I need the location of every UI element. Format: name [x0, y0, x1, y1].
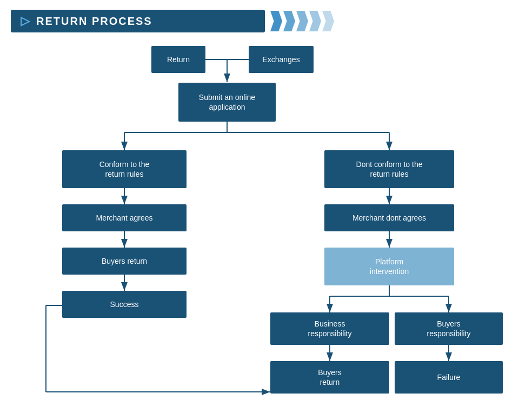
success-box: Success [62, 291, 187, 318]
submit-box: Submit an online application [178, 83, 276, 122]
exchanges-box: Exchanges [249, 46, 314, 73]
header-arrows [270, 11, 334, 31]
arrow-1 [270, 11, 282, 31]
return-icon: ▷ [21, 14, 30, 28]
header-bar: ▷ RETURN PROCESS [11, 10, 265, 32]
flowchart: Return Exchanges Submit an online applic… [11, 38, 508, 405]
page-header: ▷ RETURN PROCESS [11, 10, 508, 32]
conform-box: Conform to the return rules [62, 150, 187, 188]
merchant-agrees-box: Merchant agrees [62, 204, 187, 231]
arrow-4 [309, 11, 321, 31]
return-box: Return [151, 46, 205, 73]
buyers-return-right-box: Buyers return [270, 361, 389, 394]
buyers-resp-box: Buyers responsibility [395, 312, 503, 345]
arrow-5 [322, 11, 334, 31]
page-title: RETURN PROCESS [36, 15, 152, 28]
business-resp-box: Business responsibility [270, 312, 389, 345]
failure-box: Failure [395, 361, 503, 394]
dont-conform-box: Dont conform to the return rules [324, 150, 454, 188]
merchant-dont-box: Merchant dont agrees [324, 204, 454, 231]
arrow-3 [296, 11, 308, 31]
platform-box: Platform intervention [324, 248, 454, 285]
arrow-2 [283, 11, 295, 31]
buyers-return-left-box: Buyers return [62, 248, 187, 275]
